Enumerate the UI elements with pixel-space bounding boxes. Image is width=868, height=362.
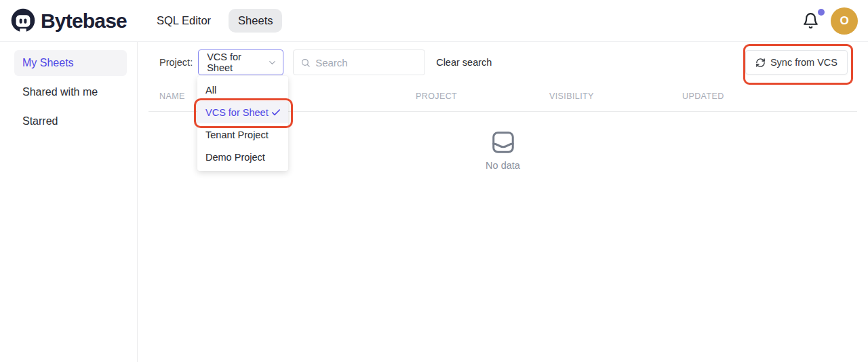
nav-item-sheets[interactable]: Sheets [229, 9, 282, 33]
bell-icon [802, 12, 820, 29]
page-body: My Sheets Shared with me Starred Project… [0, 42, 868, 362]
option-label: Demo Project [205, 152, 265, 163]
sync-refresh-icon [755, 58, 766, 68]
notifications-button[interactable] [802, 12, 820, 30]
dropdown-option-tenant-project[interactable]: Tenant Project [197, 123, 288, 146]
dropdown-option-demo-project[interactable]: Demo Project [197, 146, 288, 168]
sidebar-item-my-sheets[interactable]: My Sheets [14, 50, 127, 76]
nav-item-sql-editor[interactable]: SQL Editor [147, 9, 220, 33]
bytebase-logo-icon [10, 7, 36, 35]
topbar-right: O [802, 7, 858, 35]
brand-wordmark: Bytebase [41, 9, 127, 33]
option-label: All [205, 85, 216, 96]
search-icon [300, 58, 311, 68]
sync-from-vcs-button[interactable]: Sync from VCS [745, 50, 848, 75]
column-header-visibility: VISIBILITY [549, 92, 682, 101]
column-header-project: PROJECT [416, 92, 549, 101]
brand-logo[interactable]: Bytebase [10, 7, 127, 35]
dropdown-option-all[interactable]: All [197, 79, 288, 101]
topbar: Bytebase SQL Editor Sheets O [0, 0, 868, 42]
project-dropdown-menu: All VCS for Sheet Tenant Project Demo Pr… [197, 76, 288, 171]
sync-button-label: Sync from VCS [770, 57, 837, 68]
sidebar: My Sheets Shared with me Starred [0, 42, 138, 362]
unread-notification-dot [818, 9, 825, 16]
top-nav: SQL Editor Sheets [147, 9, 282, 33]
sidebar-item-starred[interactable]: Starred [14, 108, 127, 134]
project-select[interactable]: VCS for Sheet [198, 49, 283, 75]
empty-state-text: No data [486, 160, 520, 171]
search-box [293, 49, 425, 75]
avatar-letter: O [840, 14, 848, 28]
clear-search-button[interactable]: Clear search [436, 57, 492, 68]
option-label: VCS for Sheet [205, 107, 269, 118]
sheets-toolbar: Project: VCS for Sheet Clea [149, 49, 857, 75]
search-input[interactable] [315, 57, 418, 68]
chevron-down-icon [267, 58, 277, 68]
empty-inbox-icon [490, 129, 516, 155]
column-header-updated: UPDATED [682, 92, 857, 101]
project-filter-label: Project: [159, 57, 193, 68]
check-icon [271, 107, 281, 118]
dropdown-option-vcs-for-sheet[interactable]: VCS for Sheet [197, 101, 288, 123]
project-select-value: VCS for Sheet [207, 52, 267, 73]
option-label: Tenant Project [205, 129, 269, 140]
sidebar-item-shared-with-me[interactable]: Shared with me [14, 79, 127, 105]
user-avatar[interactable]: O [831, 7, 858, 35]
